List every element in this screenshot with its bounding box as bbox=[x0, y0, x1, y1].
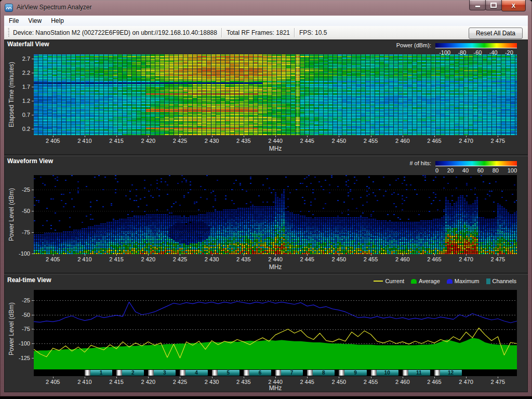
minimize-button[interactable] bbox=[469, 0, 486, 10]
menu-file[interactable]: File bbox=[4, 16, 23, 26]
x-tick-label: 2 415 bbox=[103, 138, 129, 144]
close-button[interactable]: X bbox=[501, 0, 526, 11]
x-tick-mark bbox=[244, 136, 244, 137]
channel-marker bbox=[244, 370, 249, 376]
x-tick-mark bbox=[434, 136, 435, 137]
channel-number: 12 bbox=[443, 370, 454, 376]
channel-10: 10 bbox=[371, 370, 398, 376]
channel-marker bbox=[85, 370, 90, 376]
channel-marker bbox=[148, 370, 154, 376]
x-tick-label: 2 460 bbox=[390, 256, 416, 262]
y-tick-mark bbox=[32, 358, 34, 358]
x-tick-mark bbox=[85, 377, 85, 378]
y-tick-mark bbox=[32, 59, 34, 59]
x-tick-mark bbox=[85, 136, 85, 137]
channel-number: 8 bbox=[317, 370, 325, 376]
rf-frames-status: Total RF Frames: 1821 bbox=[227, 29, 290, 36]
x-tick-mark bbox=[116, 377, 117, 378]
x-tick-label: 2 420 bbox=[135, 256, 161, 262]
channel-number: 5 bbox=[221, 370, 230, 376]
menu-help[interactable]: Help bbox=[46, 16, 69, 26]
x-tick-label: 2 405 bbox=[40, 138, 66, 144]
y-tick-mark bbox=[32, 73, 34, 73]
x-tick-label: 2 405 bbox=[40, 256, 66, 262]
y-tick-label: 0.7 bbox=[4, 112, 30, 118]
channel-number: 7 bbox=[285, 370, 294, 376]
x-tick-label: 2 435 bbox=[231, 138, 257, 144]
x-tick-mark bbox=[434, 254, 435, 256]
legend-label: Current bbox=[385, 278, 404, 284]
channel-marker bbox=[403, 370, 408, 376]
y-tick-mark bbox=[32, 300, 34, 301]
x-tick-label: 2 465 bbox=[421, 256, 447, 262]
toolbar-grip[interactable] bbox=[7, 28, 9, 37]
x-tick-label: 2 410 bbox=[72, 138, 98, 144]
x-tick-mark bbox=[116, 136, 117, 137]
channel-8: 8 bbox=[307, 370, 335, 376]
x-tick-label: 2 410 bbox=[72, 256, 98, 262]
y-tick-label: -25 bbox=[4, 297, 30, 303]
x-tick-label: 2 440 bbox=[262, 138, 288, 144]
x-tick-mark bbox=[85, 254, 85, 256]
legend-label: Maximum bbox=[455, 278, 480, 284]
y-tick-mark bbox=[32, 254, 34, 254]
channel-number: 2 bbox=[126, 370, 135, 376]
channel-number: 9 bbox=[349, 370, 357, 376]
maximize-button[interactable] bbox=[485, 0, 502, 10]
y-tick-mark bbox=[32, 101, 34, 101]
app-icon bbox=[5, 4, 13, 12]
toolbar-separator bbox=[294, 28, 295, 37]
waveform-title: Waveform View bbox=[7, 157, 53, 165]
x-tick-mark bbox=[116, 254, 117, 256]
x-tick-mark bbox=[53, 377, 54, 378]
x-tick-mark bbox=[275, 377, 276, 378]
menu-bar: File View Help bbox=[4, 16, 528, 26]
waterfall-title: Waterfall View bbox=[7, 41, 49, 48]
legend-item-average: Average bbox=[411, 278, 440, 284]
x-tick-mark bbox=[403, 136, 403, 137]
device-status: Device: NanoStation M2 (002722E6F9ED) on… bbox=[13, 29, 217, 36]
y-tick-mark bbox=[32, 329, 34, 329]
realtime-xtick-labels: 2 4052 4102 4152 4202 4252 4302 4352 440… bbox=[34, 377, 517, 385]
x-tick-mark bbox=[53, 136, 54, 137]
power-scale-label: Power (dBm): bbox=[396, 42, 431, 48]
x-tick-mark bbox=[307, 136, 308, 137]
hits-scale-gradient bbox=[435, 161, 517, 166]
x-tick-label: 2 440 bbox=[262, 256, 288, 262]
x-tick-label: 2 425 bbox=[167, 138, 193, 144]
channel-number: 6 bbox=[254, 370, 262, 376]
channel-number: 10 bbox=[379, 370, 390, 376]
channel-marker bbox=[180, 370, 185, 376]
channel-4: 4 bbox=[180, 370, 207, 376]
x-tick-mark bbox=[339, 377, 339, 378]
average-swatch-icon bbox=[411, 279, 417, 284]
x-tick-label: 2 465 bbox=[421, 138, 447, 144]
channel-6: 6 bbox=[244, 370, 271, 376]
x-tick-label: 2 475 bbox=[485, 256, 511, 262]
x-tick-mark bbox=[307, 254, 308, 256]
x-tick-label: 2 450 bbox=[326, 138, 352, 144]
realtime-plot bbox=[34, 290, 517, 369]
waterfall-xtick-labels: 2 4052 4102 4152 4202 4252 4302 4352 440… bbox=[34, 136, 517, 144]
channel-11: 11 bbox=[403, 370, 430, 376]
channels-swatch-icon bbox=[486, 278, 490, 284]
x-tick-label: 2 415 bbox=[103, 256, 129, 262]
channel-marker bbox=[339, 370, 344, 376]
x-tick-label: 2 430 bbox=[199, 138, 225, 144]
title-bar[interactable]: AirView Spectrum Analyzer X bbox=[0, 0, 532, 16]
x-tick-mark bbox=[275, 136, 276, 137]
channel-2: 2 bbox=[116, 370, 144, 376]
x-tick-label: 2 460 bbox=[390, 138, 416, 144]
client-area: Waterfall View Power (dBm): -100-80-60-4… bbox=[4, 39, 528, 392]
scale-tick-label: 0 bbox=[435, 167, 438, 174]
x-tick-label: 2 450 bbox=[326, 256, 352, 262]
x-tick-mark bbox=[275, 254, 276, 256]
y-tick-label: -50 bbox=[4, 208, 30, 214]
x-tick-mark bbox=[434, 377, 435, 378]
y-tick-label: 1.7 bbox=[4, 84, 30, 90]
menu-view[interactable]: View bbox=[23, 16, 46, 26]
y-tick-mark bbox=[32, 87, 34, 87]
reset-all-data-button[interactable]: Reset All Data bbox=[469, 28, 523, 39]
channel-marker bbox=[116, 370, 122, 376]
x-tick-mark bbox=[307, 377, 308, 378]
